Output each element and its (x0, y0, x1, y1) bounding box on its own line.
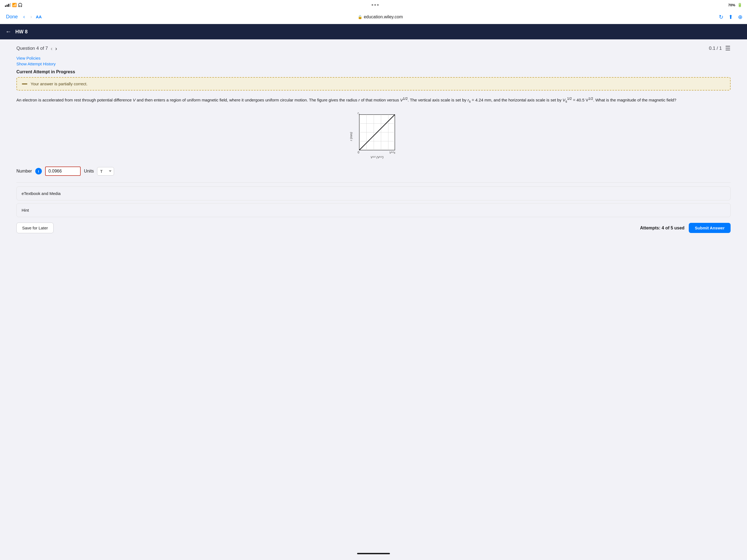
browser-done-button[interactable]: Done (4, 14, 19, 20)
browser-actions: ↻ ⬆ ⊕ (719, 14, 743, 20)
hw-header: ← HW 8 (0, 24, 747, 40)
signal-icon (5, 3, 11, 7)
wifi-icon: 📶 (12, 3, 17, 7)
question-score-area: 0.1 / 1 ☰ (709, 45, 730, 52)
browser-back-button[interactable]: ‹ (22, 14, 27, 20)
question-text: An electron is accelerated from rest thr… (17, 96, 730, 104)
svg-text:V1/2s: V1/2s (389, 151, 395, 154)
graph-wrapper: r (mm) rs 0 V1/2s (349, 109, 398, 161)
units-select[interactable]: T mT μT (97, 167, 114, 176)
main-content: Question 4 of 7 ‹ › 0.1 / 1 ☰ View Polic… (0, 40, 747, 550)
home-indicator (0, 550, 747, 556)
battery-icon: 🔋 (738, 3, 742, 7)
headphone-icon: 🎧 (18, 3, 22, 7)
hint-section[interactable]: Hint (17, 203, 730, 217)
home-bar (357, 553, 390, 554)
units-label: Units (84, 169, 94, 174)
bottom-right: Attempts: 4 of 5 used Submit Answer (640, 223, 730, 233)
browser-forward-button[interactable]: › (29, 14, 34, 20)
question-title: Question 4 of 7 (17, 46, 48, 51)
hw-back-button[interactable]: ← (5, 28, 11, 35)
browser-chrome: Done ‹ › AA 🔒 education.wiley.com ↻ ⬆ ⊕ (0, 10, 747, 24)
partial-correct-text: Your answer is partially correct. (31, 81, 87, 86)
etextbook-section[interactable]: eTextbook and Media (17, 186, 730, 200)
url-bar[interactable]: 🔒 education.wiley.com (45, 15, 716, 19)
partial-dash-icon (22, 83, 27, 84)
next-question-button[interactable]: › (55, 45, 57, 52)
info-button[interactable]: i (35, 168, 42, 175)
url-text: education.wiley.com (364, 15, 403, 19)
submit-answer-button[interactable]: Submit Answer (689, 223, 730, 233)
partial-correct-banner: Your answer is partially correct. (17, 77, 730, 91)
battery-percent: 70% (728, 3, 735, 7)
prev-question-button[interactable]: ‹ (51, 45, 52, 52)
bookmark-button[interactable]: ⊕ (738, 14, 743, 20)
svg-text:0: 0 (358, 151, 359, 154)
attempts-text: Attempts: 4 of 5 used (640, 226, 685, 230)
question-nav: Question 4 of 7 ‹ › (17, 45, 57, 52)
question-header: Question 4 of 7 ‹ › 0.1 / 1 ☰ (17, 45, 730, 52)
status-bar-right: 70% 🔋 (728, 3, 742, 7)
status-ellipsis (371, 4, 379, 6)
reload-button[interactable]: ↻ (719, 14, 723, 20)
graph-svg: r (mm) rs 0 V1/2s (349, 109, 401, 161)
current-attempt-label: Current Attempt in Progress (17, 70, 730, 74)
share-button[interactable]: ⬆ (728, 14, 733, 20)
graph-container: r (mm) rs 0 V1/2s (17, 109, 730, 161)
bottom-bar: Save for Later Attempts: 4 of 5 used Sub… (17, 223, 730, 233)
svg-text:r (mm): r (mm) (350, 132, 353, 141)
list-icon[interactable]: ☰ (725, 45, 730, 52)
hw-title: HW 8 (15, 29, 28, 35)
divider (17, 182, 730, 183)
status-bar-left: 📶 🎧 (5, 3, 22, 7)
question-score: 0.1 / 1 (709, 46, 722, 51)
status-bar: 📶 🎧 70% 🔋 (0, 0, 747, 10)
save-for-later-button[interactable]: Save for Later (17, 223, 54, 233)
svg-text:V1/2 (V1/2): V1/2 (V1/2) (370, 156, 384, 159)
browser-nav: Done ‹ › AA (4, 14, 42, 20)
show-attempt-history-link[interactable]: Show Attempt History (17, 61, 730, 66)
lock-icon: 🔒 (358, 15, 362, 19)
view-policies-link[interactable]: View Policies (17, 56, 730, 60)
number-label: Number (17, 169, 32, 174)
browser-aa-button[interactable]: AA (36, 15, 42, 19)
input-row: Number i Units T mT μT (17, 167, 730, 176)
number-input[interactable] (45, 167, 81, 176)
